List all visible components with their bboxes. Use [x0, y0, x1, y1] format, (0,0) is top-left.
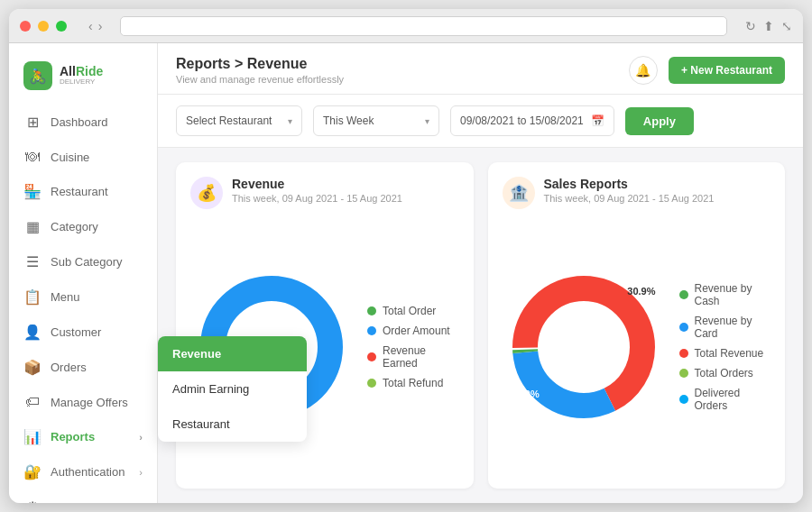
- close-btn[interactable]: [20, 21, 31, 32]
- sidebar-label-settings: Settings: [51, 500, 93, 503]
- sidebar-label-authentication: Authentication: [51, 465, 125, 479]
- week-select-label: This Week: [323, 114, 374, 127]
- page-breadcrumb: Reports > Revenue: [176, 56, 344, 72]
- legend-dot-revenue-card: [679, 323, 688, 332]
- legend-item-total-revenue: Total Revenue: [679, 347, 771, 360]
- legend-dot-total-orders: [679, 369, 688, 378]
- refresh-icon[interactable]: ↻: [745, 19, 756, 33]
- restaurant-icon: 🏪: [23, 183, 42, 200]
- notification-icon: 🔔: [635, 63, 651, 78]
- legend-dot-total-revenue: [679, 349, 688, 358]
- week-chevron-icon: ▾: [425, 116, 429, 126]
- calendar-icon: 📅: [591, 114, 604, 127]
- sidebar-item-cuisine[interactable]: 🍽 Cuisine: [9, 140, 157, 174]
- svg-point-7: [539, 302, 629, 392]
- legend-item-revenue-card: Revenue by Card: [679, 315, 771, 340]
- sidebar-item-dashboard[interactable]: ⊞ Dashboard: [9, 105, 157, 140]
- sidebar-logo: 🚴 AllRide DELIVERY: [9, 54, 157, 105]
- restaurant-select[interactable]: Select Restaurant ▾: [176, 105, 302, 136]
- date-range-text: 09/08/2021 to 15/08/2021: [460, 114, 584, 127]
- nav-buttons: ‹ ›: [88, 19, 102, 33]
- reports-chevron-icon: ›: [139, 432, 143, 443]
- filters-bar: Select Restaurant ▾ This Week ▾ 09/08/20…: [158, 95, 803, 148]
- header-actions: 🔔 + New Restaurant: [629, 56, 785, 85]
- sidebar-item-reports[interactable]: 📊 Reports ›: [9, 419, 157, 454]
- legend-label-revenue-card: Revenue by Card: [695, 315, 771, 340]
- revenue-chart-icon: 💰: [190, 177, 223, 209]
- sidebar-label-sub-category: Sub Category: [51, 255, 123, 269]
- forward-icon[interactable]: ›: [98, 19, 103, 33]
- url-bar[interactable]: [120, 16, 727, 36]
- legend-label-total-revenue: Total Revenue: [695, 347, 764, 360]
- titlebar-actions: ↻ ⬆ ⤡: [745, 19, 792, 33]
- apply-button[interactable]: Apply: [625, 107, 694, 135]
- sidebar-label-customer: Customer: [51, 325, 101, 339]
- notification-button[interactable]: 🔔: [629, 56, 658, 85]
- sales-label-top: 30.9%: [627, 286, 655, 297]
- revenue-subtitle-text: This week, 09 Aug 2021 - 15 Aug 2021: [232, 193, 402, 204]
- sidebar-item-menu[interactable]: 📋 Menu: [9, 279, 157, 315]
- submenu-item-restaurant[interactable]: Restaurant: [158, 407, 307, 442]
- back-icon[interactable]: ‹: [88, 19, 93, 33]
- category-icon: ▦: [23, 218, 42, 235]
- legend-label-revenue-earned: Revenue Earned: [383, 344, 459, 370]
- sales-subtitle-text: This week, 09 Aug 2021 - 15 Aug 2021: [544, 193, 715, 204]
- logo-delivery: DELIVERY: [60, 78, 103, 87]
- new-restaurant-button[interactable]: + New Restaurant: [669, 57, 785, 84]
- legend-dot-order-amount: [367, 326, 376, 335]
- legend-dot-total-refund: [367, 379, 376, 388]
- sales-legend: Revenue by Cash Revenue by Card Total Re…: [679, 282, 771, 412]
- page-subtitle: View and manage revenue effortlessly: [176, 74, 344, 85]
- maximize-btn[interactable]: [56, 21, 67, 32]
- sidebar-label-reports: Reports: [51, 430, 95, 443]
- minimize-btn[interactable]: [38, 21, 49, 32]
- legend-dot-revenue-earned: [367, 352, 376, 361]
- settings-chevron-icon: ›: [139, 502, 143, 504]
- revenue-title-text: Revenue: [232, 177, 402, 191]
- week-select[interactable]: This Week ▾: [313, 105, 439, 136]
- reports-icon: 📊: [23, 428, 42, 445]
- sidebar-label-cuisine: Cuisine: [51, 151, 89, 164]
- sales-chart-header: 🏦 Sales Reports This week, 09 Aug 2021 -…: [503, 177, 771, 209]
- legend-item-total-order: Total Order: [367, 305, 459, 317]
- settings-icon: ⚙: [23, 498, 42, 503]
- legend-item-delivered-orders: Delivered Orders: [679, 387, 771, 412]
- sales-donut: 30.9% 68.0%: [503, 266, 665, 428]
- content-header: Reports > Revenue View and manage revenu…: [158, 43, 803, 95]
- sidebar-item-customer[interactable]: 👤 Customer: [9, 315, 157, 350]
- sidebar-item-restaurant[interactable]: 🏪 Restaurant: [9, 174, 157, 209]
- sales-title-text: Sales Reports: [544, 177, 715, 191]
- legend-item-total-orders: Total Orders: [679, 367, 771, 379]
- legend-label-total-orders: Total Orders: [695, 367, 753, 379]
- logo-all: AllRide: [60, 65, 103, 78]
- sales-chart-icon: 🏦: [503, 177, 535, 209]
- revenue-legend: Total Order Order Amount Revenue Earned: [367, 305, 459, 389]
- date-range-picker[interactable]: 09/08/2021 to 15/08/2021 📅: [450, 105, 614, 136]
- sidebar-nav: ⊞ Dashboard 🍽 Cuisine 🏪 Restaurant ▦ Cat…: [9, 105, 157, 503]
- sidebar-label-dashboard: Dashboard: [51, 115, 108, 129]
- submenu-item-revenue[interactable]: Revenue: [158, 336, 307, 371]
- menu-icon: 📋: [23, 288, 42, 306]
- sidebar-item-settings[interactable]: ⚙ Settings ›: [9, 489, 157, 503]
- reports-submenu: Revenue Admin Earning Restaurant: [158, 336, 307, 442]
- legend-item-order-amount: Order Amount: [367, 325, 459, 337]
- titlebar: ‹ › ↻ ⬆ ⤡: [9, 9, 803, 43]
- legend-item-revenue-cash: Revenue by Cash: [679, 282, 771, 307]
- sidebar-label-category: Category: [51, 220, 98, 233]
- sidebar-item-orders[interactable]: 📦 Orders: [9, 350, 157, 385]
- sidebar-item-authentication[interactable]: 🔐 Authentication ›: [9, 454, 157, 489]
- fullscreen-icon[interactable]: ⤡: [781, 19, 792, 33]
- sales-label-bottom: 68.0%: [512, 389, 540, 399]
- sidebar-item-sub-category[interactable]: ☰ Sub Category: [9, 244, 157, 279]
- sidebar-item-manage-offers[interactable]: 🏷 Manage Offers: [9, 385, 157, 419]
- revenue-chart-title: Revenue This week, 09 Aug 2021 - 15 Aug …: [232, 177, 402, 204]
- sidebar-label-restaurant: Restaurant: [51, 185, 108, 198]
- sidebar-item-category[interactable]: ▦ Category: [9, 209, 157, 244]
- revenue-chart-header: 💰 Revenue This week, 09 Aug 2021 - 15 Au…: [190, 177, 459, 209]
- authentication-chevron-icon: ›: [139, 467, 143, 478]
- logo-icon: 🚴: [23, 61, 52, 90]
- submenu-item-admin-earning[interactable]: Admin Earning: [158, 371, 307, 407]
- legend-label-total-refund: Total Refund: [383, 377, 443, 389]
- sales-chart-title: Sales Reports This week, 09 Aug 2021 - 1…: [544, 177, 715, 204]
- share-icon[interactable]: ⬆: [763, 19, 774, 33]
